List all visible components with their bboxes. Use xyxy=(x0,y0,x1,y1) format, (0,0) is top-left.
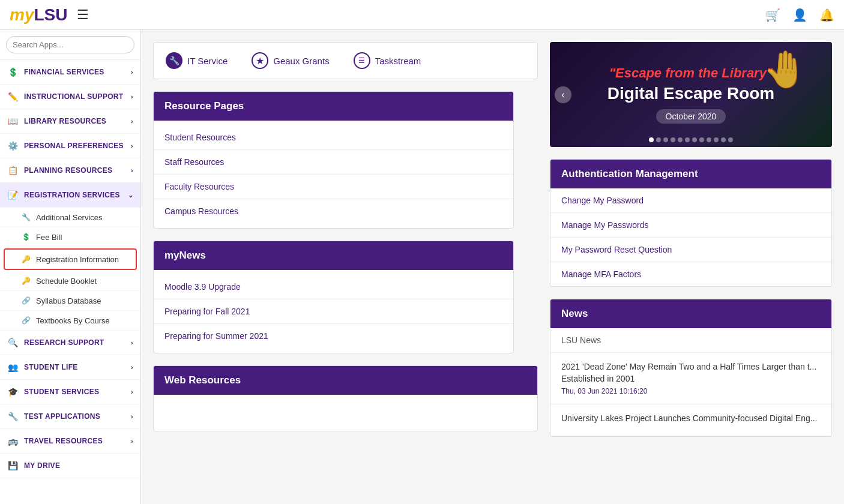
cards-row-1: Resource Pages Student Resources Staff R… xyxy=(153,91,538,229)
web-resources-body xyxy=(154,395,537,431)
header-icons: 🛒 👤 🔔 xyxy=(765,8,834,22)
sidebar-item-test-applications[interactable]: 🔧 TEST APPLICATIONS › xyxy=(0,404,140,429)
resource-pages-body: Student Resources Staff Resources Facult… xyxy=(154,121,513,228)
gear-icon: ⚙️ xyxy=(7,140,19,152)
sidebar-item-student-life[interactable]: 👥 STUDENT LIFE › xyxy=(0,355,140,380)
news-source: LSU News xyxy=(550,328,831,353)
campus-resources-link[interactable]: Campus Resources xyxy=(154,199,513,223)
bus-icon: 🚌 xyxy=(7,435,19,447)
sidebar-item-registration-services[interactable]: 📝 REGISTRATION SERVICES ⌄ xyxy=(0,183,140,208)
link-icon: 🔗 xyxy=(22,296,31,305)
dollar-small-icon: 💲 xyxy=(22,232,31,242)
mynews-link-3[interactable]: Preparing for Summer 2021 xyxy=(154,324,513,348)
layout: 💲 FINANCIAL SERVICES › ✏️ INSTRUCTIONAL … xyxy=(0,30,844,504)
quick-link-it-service[interactable]: 🔧 IT Service xyxy=(166,52,228,69)
book-icon: 📖 xyxy=(7,115,19,127)
sidebar-subitem-registration-information[interactable]: 🔑 Registration Information xyxy=(4,248,137,270)
sidebar-item-research-support[interactable]: 🔍 RESEARCH SUPPORT › xyxy=(0,331,140,355)
arrow-icon: ⌄ xyxy=(128,191,133,199)
quick-links-bar: 🔧 IT Service ★ Geaux Grants ☰ Taskstream xyxy=(153,42,538,79)
dot-10[interactable] xyxy=(714,137,719,142)
resource-pages-card: Resource Pages Student Resources Staff R… xyxy=(153,91,514,229)
cart-icon[interactable]: 🛒 xyxy=(765,8,780,22)
link2-icon: 🔗 xyxy=(22,316,31,325)
dot-6[interactable] xyxy=(685,137,690,142)
pencil-icon: ✏️ xyxy=(7,91,19,103)
dot-1[interactable] xyxy=(649,137,654,142)
logo[interactable]: myLSU xyxy=(10,5,67,25)
change-password-link[interactable]: Change My Password xyxy=(550,188,831,213)
dollar-icon: 💲 xyxy=(7,66,19,78)
sidebar-subitem-schedule-booklet[interactable]: 🔑 Schedule Booklet xyxy=(0,271,140,291)
sidebar-item-label: LIBRARY RESOURCES xyxy=(24,117,106,125)
dot-12[interactable] xyxy=(728,137,733,142)
sidebar-item-label: FINANCIAL SERVICES xyxy=(24,68,104,76)
dot-9[interactable] xyxy=(707,137,711,142)
auth-management-body: Change My Password Manage My Passwords M… xyxy=(550,188,831,286)
sidebar-item-financial-services[interactable]: 💲 FINANCIAL SERVICES › xyxy=(0,60,140,85)
sidebar-item-library-resources[interactable]: 📖 LIBRARY RESOURCES › xyxy=(0,109,140,134)
sidebar-subitem-textbooks-by-course[interactable]: 🔗 Textbooks By Course xyxy=(0,311,140,331)
quick-link-taskstream[interactable]: ☰ Taskstream xyxy=(354,52,421,69)
manage-passwords-link[interactable]: Manage My Passwords xyxy=(550,213,831,238)
auth-management-card: Authentication Management Change My Pass… xyxy=(550,159,832,287)
test-icon: 🔧 xyxy=(7,410,19,422)
arrow-icon: › xyxy=(131,364,133,371)
subitem-label: Syllabus Database xyxy=(36,296,101,305)
manage-mfa-link[interactable]: Manage MFA Factors xyxy=(550,262,831,286)
users-icon: 👥 xyxy=(7,361,19,373)
mynews-link-1[interactable]: Moodle 3.9 Upgrade xyxy=(154,275,513,299)
sidebar-item-student-services[interactable]: 🎓 STUDENT SERVICES › xyxy=(0,380,140,404)
quick-link-geaux-grants[interactable]: ★ Geaux Grants xyxy=(252,52,329,69)
it-service-icon: 🔧 xyxy=(166,52,182,69)
sidebar-item-label: STUDENT LIFE xyxy=(24,363,78,371)
content-area: 🔧 IT Service ★ Geaux Grants ☰ Taskstream… xyxy=(141,30,550,504)
cards-row-2: myNews Moodle 3.9 Upgrade Preparing for … xyxy=(153,241,538,353)
banner-prev-button[interactable]: ‹ xyxy=(555,86,571,103)
sidebar-subitem-additional-services[interactable]: 🔧 Additional Services xyxy=(0,208,140,227)
user-icon[interactable]: 👤 xyxy=(792,8,807,22)
dot-3[interactable] xyxy=(663,137,668,142)
dot-8[interactable] xyxy=(699,137,704,142)
mynews-title: myNews xyxy=(154,241,513,270)
dot-7[interactable] xyxy=(692,137,697,142)
sidebar-item-planning-resources[interactable]: 📋 PLANNING RESOURCES › xyxy=(0,158,140,183)
auth-management-title: Authentication Management xyxy=(550,160,831,188)
sidebar-item-personal-preferences[interactable]: ⚙️ PERSONAL PREFERENCES › xyxy=(0,134,140,158)
sidebar-item-instructional-support[interactable]: ✏️ INSTRUCTIONAL SUPPORT › xyxy=(0,85,140,109)
bell-icon[interactable]: 🔔 xyxy=(819,8,834,22)
dot-2[interactable] xyxy=(656,137,661,142)
clipboard-icon: 📋 xyxy=(7,164,19,176)
news-item-title-1: 2021 'Dead Zone' May Remain Two and a Ha… xyxy=(561,361,821,385)
dot-11[interactable] xyxy=(721,137,726,142)
sidebar-item-label: MY DRIVE xyxy=(24,461,60,470)
sidebar-item-label: INSTRUCTIONAL SUPPORT xyxy=(24,92,123,101)
graduation-icon: 🎓 xyxy=(7,386,19,398)
search-input[interactable] xyxy=(6,36,134,53)
student-resources-link[interactable]: Student Resources xyxy=(154,125,513,150)
hamburger-menu[interactable]: ☰ xyxy=(77,7,89,23)
logo-my: my xyxy=(10,5,34,25)
key2-icon: 🔑 xyxy=(22,276,31,286)
password-reset-question-link[interactable]: My Password Reset Question xyxy=(550,238,831,262)
sidebar-item-travel-resources[interactable]: 🚌 TRAVEL RESOURCES › xyxy=(0,429,140,454)
faculty-resources-link[interactable]: Faculty Resources xyxy=(154,175,513,199)
arrow-icon: › xyxy=(131,93,133,100)
taskstream-icon: ☰ xyxy=(354,52,370,69)
mynews-link-2[interactable]: Preparing for Fall 2021 xyxy=(154,299,513,324)
dot-4[interactable] xyxy=(671,137,675,142)
sidebar-item-my-drive[interactable]: 💾 MY DRIVE xyxy=(0,454,140,478)
sidebar-subitem-fee-bill[interactable]: 💲 Fee Bill xyxy=(0,227,140,247)
news-item-2: University Lakes Project Launches Commun… xyxy=(550,404,831,436)
sidebar-item-label: PERSONAL PREFERENCES xyxy=(24,142,124,150)
staff-resources-link[interactable]: Staff Resources xyxy=(154,150,513,175)
web-resources-title: Web Resources xyxy=(154,366,537,395)
sidebar-item-label: TEST APPLICATIONS xyxy=(24,412,100,421)
key-icon: 🔑 xyxy=(22,254,31,264)
header: myLSU ☰ 🛒 👤 🔔 xyxy=(0,0,844,30)
web-resources-card: Web Resources xyxy=(153,365,538,431)
cards-row-3: Web Resources xyxy=(153,365,538,431)
dot-5[interactable] xyxy=(678,137,683,142)
sidebar: 💲 FINANCIAL SERVICES › ✏️ INSTRUCTIONAL … xyxy=(0,30,141,504)
sidebar-subitem-syllabus-database[interactable]: 🔗 Syllabus Database xyxy=(0,291,140,311)
